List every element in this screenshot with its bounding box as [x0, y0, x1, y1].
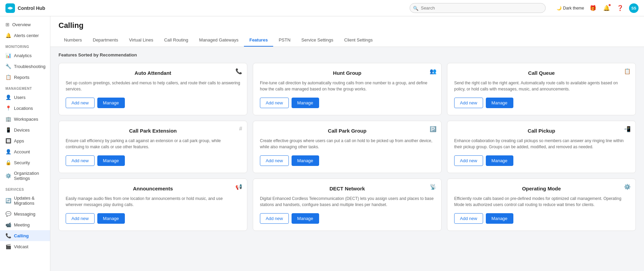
users-icon: 👤: [5, 95, 11, 100]
apps-icon: 🔲: [5, 138, 11, 143]
notification-bell-button[interactable]: 🔔: [602, 3, 611, 13]
tab-bar: Numbers Departments Virtual Lines Call R…: [59, 34, 636, 47]
tab-features[interactable]: Features: [244, 34, 273, 47]
call-pickup-add-button[interactable]: Add new: [454, 155, 483, 166]
card-call-park-group: 🅿️ Call Park Group Create effective grou…: [253, 121, 442, 173]
user-avatar[interactable]: SS: [629, 3, 639, 13]
troubleshooting-icon: 🔧: [5, 64, 11, 69]
call-park-group-desc: Create effective groups where users can …: [260, 138, 434, 150]
sidebar-item-calling[interactable]: 📞 Calling: [0, 230, 50, 241]
sidebar-item-overview[interactable]: ⊞ Overview: [0, 19, 50, 30]
tab-departments[interactable]: Departments: [87, 34, 123, 47]
notification-dot: [609, 4, 611, 6]
sidebar-item-reports[interactable]: 📋 Reports: [0, 72, 50, 83]
call-park-extension-actions: Add new Manage: [66, 155, 240, 166]
dark-theme-button[interactable]: 🌙 Dark theme: [557, 6, 584, 11]
dect-network-add-button[interactable]: Add new: [260, 213, 289, 224]
card-announcements: 📢 Announcements Easily manage audio file…: [59, 179, 247, 231]
sidebar-item-troubleshooting[interactable]: 🔧 Troubleshooting: [0, 61, 50, 72]
topbar-actions: 🌙 Dark theme 🎁 🔔 ❓ SS: [557, 3, 639, 13]
card-dect-network: 📡 DECT Network Digital Enhanced Cordless…: [253, 179, 442, 231]
tab-virtual-lines[interactable]: Virtual Lines: [123, 34, 159, 47]
feature-grid: 📞 Auto Attendant Set up custom greetings…: [59, 63, 636, 231]
auto-attendant-icon: 📞: [235, 68, 242, 74]
announcements-add-button[interactable]: Add new: [66, 213, 95, 224]
sidebar-item-meeting[interactable]: 📹 Meeting: [0, 219, 50, 230]
auto-attendant-title: Auto Attendant: [66, 70, 240, 76]
help-button[interactable]: ❓: [615, 3, 625, 13]
auto-attendant-manage-button[interactable]: Manage: [97, 98, 125, 108]
analytics-icon: 📊: [5, 53, 11, 58]
operating-mode-manage-button[interactable]: Manage: [486, 213, 513, 224]
gift-button[interactable]: 🎁: [588, 3, 598, 13]
call-park-extension-title: Call Park Extension: [66, 128, 240, 134]
main-layout: ⊞ Overview 🔔 Alerts center MONITORING 📊 …: [0, 16, 644, 271]
section-sort-title: Features Sorted by Recommendation: [59, 52, 636, 57]
calling-icon: 📞: [5, 233, 11, 238]
call-park-group-manage-button[interactable]: Manage: [292, 155, 319, 166]
security-icon: 🔒: [5, 160, 11, 165]
tab-client-settings[interactable]: Client Settings: [339, 34, 378, 47]
card-call-queue: 📋 Call Queue Send the right call to the …: [447, 63, 636, 115]
call-park-extension-manage-button[interactable]: Manage: [97, 155, 125, 166]
dect-network-title: DECT Network: [260, 186, 434, 191]
sidebar-item-security[interactable]: 🔒 Security: [0, 157, 50, 168]
sidebar-item-apps[interactable]: 🔲 Apps: [0, 135, 50, 146]
sidebar-item-devices[interactable]: 📱 Devices: [0, 124, 50, 135]
messaging-icon: 💬: [5, 211, 11, 217]
hunt-group-icon: 👥: [430, 68, 436, 74]
search-input[interactable]: [410, 3, 546, 13]
sidebar-item-analytics[interactable]: 📊 Analytics: [0, 50, 50, 61]
reports-icon: 📋: [5, 74, 11, 80]
sidebar-item-account[interactable]: 👤 Account: [0, 146, 50, 157]
auto-attendant-desc: Set up custom greetings, schedules and m…: [66, 80, 240, 92]
sidebar-item-users[interactable]: 👤 Users: [0, 92, 50, 103]
alerts-icon: 🔔: [5, 33, 11, 38]
call-queue-manage-button[interactable]: Manage: [486, 98, 513, 108]
call-park-group-add-button[interactable]: Add new: [260, 155, 289, 166]
hunt-group-manage-button[interactable]: Manage: [292, 98, 319, 108]
call-park-extension-add-button[interactable]: Add new: [66, 155, 95, 166]
search-container: 🔍: [410, 3, 546, 13]
tab-service-settings[interactable]: Service Settings: [296, 34, 339, 47]
devices-icon: 📱: [5, 127, 11, 133]
page-header: Calling Numbers Departments Virtual Line…: [50, 16, 644, 47]
dect-network-desc: Digital Enhanced Cordless Telecommunicat…: [260, 196, 434, 208]
operating-mode-title: Operating Mode: [454, 186, 629, 191]
workspaces-icon: 🏢: [5, 116, 11, 122]
call-pickup-manage-button[interactable]: Manage: [486, 155, 513, 166]
dark-theme-icon: 🌙: [557, 6, 562, 11]
call-park-extension-icon: #: [239, 126, 242, 132]
sidebar-item-alerts-center[interactable]: 🔔 Alerts center: [0, 30, 50, 41]
announcements-manage-button[interactable]: Manage: [97, 213, 125, 224]
hunt-group-add-button[interactable]: Add new: [260, 98, 289, 108]
tab-call-routing[interactable]: Call Routing: [159, 34, 194, 47]
sidebar-item-messaging[interactable]: 💬 Messaging: [0, 208, 50, 219]
operating-mode-add-button[interactable]: Add new: [454, 213, 483, 224]
announcements-actions: Add new Manage: [66, 213, 240, 224]
sidebar-item-workspaces[interactable]: 🏢 Workspaces: [0, 114, 50, 124]
webex-logo-icon: [5, 3, 15, 13]
card-auto-attendant: 📞 Auto Attendant Set up custom greetings…: [59, 63, 247, 115]
call-queue-add-button[interactable]: Add new: [454, 98, 483, 108]
call-pickup-actions: Add new Manage: [454, 155, 629, 166]
sidebar-item-vidcast[interactable]: 🎬 Vidcast: [0, 241, 50, 252]
tab-pstn[interactable]: PSTN: [273, 34, 296, 47]
topbar: Control Hub 🔍 🌙 Dark theme 🎁 🔔 ❓ SS: [0, 0, 644, 16]
call-queue-actions: Add new Manage: [454, 98, 629, 108]
dect-network-actions: Add new Manage: [260, 213, 434, 224]
updates-icon: 🔄: [5, 198, 11, 203]
hunt-group-title: Hunt Group: [260, 70, 434, 76]
tab-managed-gateways[interactable]: Managed Gateways: [194, 34, 244, 47]
overview-icon: ⊞: [5, 22, 10, 27]
card-call-pickup: 📲 Call Pickup Enhance collaboration by c…: [447, 121, 636, 173]
search-icon: 🔍: [413, 5, 418, 11]
sidebar-item-locations[interactable]: 📍 Locations: [0, 103, 50, 114]
call-park-group-icon: 🅿️: [430, 126, 436, 132]
auto-attendant-add-button[interactable]: Add new: [66, 98, 95, 108]
tab-numbers[interactable]: Numbers: [59, 34, 87, 47]
announcements-title: Announcements: [66, 186, 240, 191]
sidebar-item-org-settings[interactable]: ⚙️ Organization Settings: [0, 168, 50, 184]
dect-network-manage-button[interactable]: Manage: [292, 213, 319, 224]
sidebar-item-updates-migrations[interactable]: 🔄 Updates & Migrations: [0, 193, 50, 208]
